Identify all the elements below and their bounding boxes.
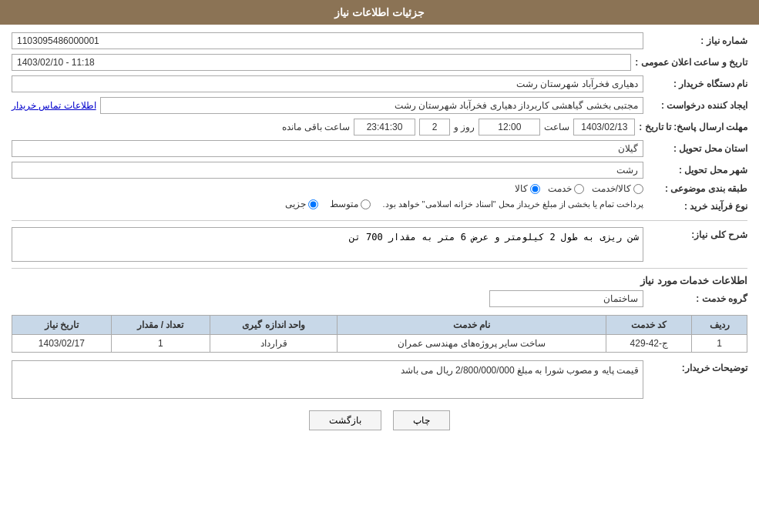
- cell-quantity: 1: [111, 335, 210, 353]
- deadline-row: مهلت ارسال پاسخ: تا تاریخ : 1403/02/13 س…: [12, 119, 747, 136]
- purchase-motavaset[interactable]: متوسط: [330, 199, 371, 209]
- col-quantity: تعداد / مقدار: [111, 316, 210, 335]
- deadline-time: 12:00: [479, 119, 540, 136]
- service-table: ردیف کد خدمت نام خدمت واحد اندازه گیری ت…: [12, 315, 747, 353]
- category-kala[interactable]: کالا: [515, 183, 540, 194]
- purchase-jozii[interactable]: جزیی: [285, 199, 318, 209]
- cell-service-name: ساخت سایر پروژه‌های مهندسی عمران: [337, 335, 606, 353]
- category-khedmat-label: خدمت: [548, 183, 572, 194]
- cell-date: 1403/02/17: [12, 335, 112, 353]
- category-kala-label: کالا: [515, 183, 528, 194]
- need-number-label: شماره نیاز :: [647, 35, 747, 46]
- buyer-desc-area: توضیحات خریدار: قیمت پایه و مصوب شورا به…: [12, 360, 747, 399]
- category-radio-group: کالا/خدمت خدمت کالا: [515, 183, 643, 194]
- need-desc-row: شرح کلی نیاز:: [12, 227, 747, 262]
- announcement-label: تاریخ و ساعت اعلان عمومی :: [635, 57, 747, 68]
- org-name-value: دهیاری فخرآباد شهرستان رشت: [12, 75, 643, 92]
- purchase-type-text: پرداخت تمام یا بخشی از مبلغ خریداز محل "…: [382, 199, 643, 209]
- page-header: جزئیات اطلاعات نیاز: [0, 0, 759, 25]
- announcement-row: تاریخ و ساعت اعلان عمومی : 1403/02/10 - …: [12, 54, 747, 71]
- creator-link[interactable]: اطلاعات تماس خریدار: [12, 100, 96, 111]
- deadline-day-label: روز و: [454, 122, 475, 132]
- need-number-value: 1103095486000001: [12, 32, 643, 49]
- category-kala-khedmat[interactable]: کالا/خدمت: [592, 183, 643, 194]
- divider-1: [12, 220, 747, 221]
- service-group-row: گروه خدمت : ساختمان: [12, 290, 747, 307]
- city-label: شهر محل تحویل :: [647, 165, 747, 176]
- service-group-label: گروه خدمت :: [647, 293, 747, 304]
- org-name-row: نام دستگاه خریدار : دهیاری فخرآباد شهرست…: [12, 75, 747, 92]
- creator-row: ایجاد کننده درخواست : مجتبی بخشی گیاهشی …: [12, 97, 747, 114]
- city-value: رشت: [12, 162, 643, 179]
- page-title: جزئیات اطلاعات نیاز: [334, 6, 425, 18]
- buyer-desc-row: توضیحات خریدار: قیمت پایه و مصوب شورا به…: [12, 360, 747, 399]
- buyer-desc-box: قیمت پایه و مصوب شورا به مبلغ 2/800/000/…: [12, 360, 643, 399]
- buyer-desc-text: قیمت پایه و مصوب شورا به مبلغ 2/800/000/…: [401, 365, 639, 376]
- creator-label: ایجاد کننده درخواست :: [647, 100, 747, 111]
- print-button[interactable]: چاپ: [393, 410, 450, 430]
- purchase-type-options: پرداخت تمام یا بخشی از مبلغ خریداز محل "…: [285, 199, 643, 209]
- need-number-row: شماره نیاز : 1103095486000001: [12, 32, 747, 49]
- col-service-name: نام خدمت: [337, 316, 606, 335]
- need-description-textarea[interactable]: [12, 227, 643, 262]
- purchase-type-row: نوع فرآیند خرید : پرداخت تمام یا بخشی از…: [12, 199, 747, 214]
- col-row-num: ردیف: [692, 316, 747, 335]
- table-header-row: ردیف کد خدمت نام خدمت واحد اندازه گیری ت…: [12, 316, 747, 335]
- deadline-datetime: 1403/02/13 ساعت 12:00 روز و 2 23:41:30 س…: [282, 119, 635, 136]
- deadline-time-label: ساعت: [544, 122, 569, 132]
- service-table-section: ردیف کد خدمت نام خدمت واحد اندازه گیری ت…: [12, 315, 747, 353]
- category-label: طبقه بندی موضوعی :: [647, 183, 747, 194]
- announcement-value: 1403/02/10 - 11:18: [12, 54, 631, 71]
- buyer-desc-label: توضیحات خریدار:: [647, 360, 747, 373]
- buttons-row: چاپ بازگشت: [12, 410, 747, 430]
- page-wrapper: جزئیات اطلاعات نیاز شماره نیاز : 1103095…: [0, 0, 759, 532]
- col-unit: واحد اندازه گیری: [210, 316, 338, 335]
- category-kala-khedmat-radio[interactable]: [633, 184, 643, 194]
- remaining-time: 23:41:30: [354, 119, 415, 136]
- purchase-type-label: نوع فرآیند خرید :: [647, 201, 747, 212]
- divider-2: [12, 268, 747, 269]
- col-date: تاریخ نیاز: [12, 316, 112, 335]
- back-button[interactable]: بازگشت: [309, 410, 381, 430]
- category-kala-radio[interactable]: [530, 184, 540, 194]
- remaining-label: ساعت باقی مانده: [282, 122, 350, 132]
- need-desc-label: شرح کلی نیاز:: [647, 227, 747, 240]
- col-service-code: کد خدمت: [606, 316, 692, 335]
- category-khedmat[interactable]: خدمت: [548, 183, 584, 194]
- deadline-date: 1403/02/13: [573, 119, 635, 136]
- province-value: گیلان: [12, 140, 643, 157]
- cell-row-num: 1: [692, 335, 747, 353]
- cell-service-code: ج-42-429: [606, 335, 692, 353]
- purchase-jozii-radio[interactable]: [308, 199, 318, 209]
- purchase-motavaset-label: متوسط: [330, 199, 358, 209]
- category-row: طبقه بندی موضوعی : کالا/خدمت خدمت کالا: [12, 183, 747, 194]
- deadline-label: مهلت ارسال پاسخ: تا تاریخ :: [639, 122, 747, 132]
- category-kala-khedmat-label: کالا/خدمت: [592, 183, 631, 194]
- table-row: 1 ج-42-429 ساخت سایر پروژه‌های مهندسی عم…: [12, 335, 747, 353]
- category-khedmat-radio[interactable]: [574, 184, 584, 194]
- creator-value: مجتبی بخشی گیاهشی کاربرداز دهیاری فخرآبا…: [100, 97, 643, 114]
- purchase-jozii-label: جزیی: [285, 199, 306, 209]
- org-name-label: نام دستگاه خریدار :: [647, 79, 747, 89]
- service-info-title: اطلاعات خدمات مورد نیاز: [12, 275, 747, 286]
- service-group-value: ساختمان: [489, 290, 643, 307]
- city-row: شهر محل تحویل : رشت: [12, 162, 747, 179]
- content-area: شماره نیاز : 1103095486000001 تاریخ و سا…: [0, 25, 759, 450]
- cell-unit: قرارداد: [210, 335, 338, 353]
- deadline-days: 2: [419, 119, 450, 136]
- purchase-motavaset-radio[interactable]: [361, 199, 371, 209]
- province-label: استان محل تحویل :: [647, 143, 747, 154]
- province-row: استان محل تحویل : گیلان: [12, 140, 747, 157]
